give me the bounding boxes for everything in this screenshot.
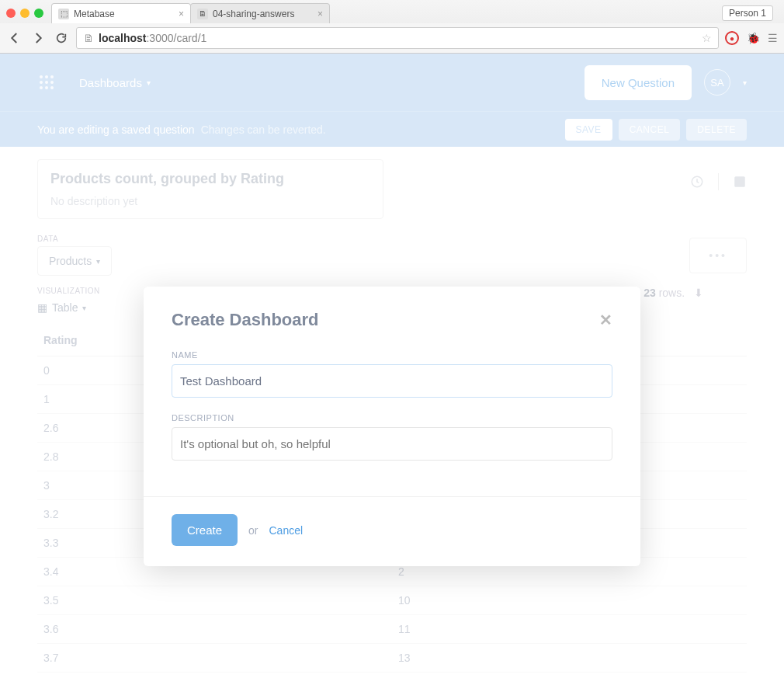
user-avatar[interactable]: SA xyxy=(704,69,730,96)
favicon-icon: ⬚ xyxy=(58,9,69,19)
app-header: Dashboards ▾ New Question SA ▾ xyxy=(0,54,784,111)
question-title: Products count, grouped by Rating xyxy=(50,171,370,187)
tab-title: Metabase xyxy=(74,9,115,19)
name-label: NAME xyxy=(172,350,612,360)
bug-icon[interactable]: 🐞 xyxy=(747,32,760,44)
chevron-down-icon: ▾ xyxy=(147,78,151,87)
tab-title: 04-sharing-answers xyxy=(213,9,294,19)
forward-button[interactable] xyxy=(29,30,47,47)
editing-message: You are editing a saved question xyxy=(37,123,195,136)
svg-point-6 xyxy=(40,86,43,89)
question-description: No description yet xyxy=(50,195,370,207)
bookmark-icon[interactable]: ☆ xyxy=(702,32,712,44)
chevron-down-icon[interactable]: ▾ xyxy=(743,78,747,87)
reload-button[interactable] xyxy=(53,30,70,47)
chevron-down-icon: ▾ xyxy=(96,257,100,266)
window-controls xyxy=(6,9,43,18)
table-cell: 3.5 xyxy=(37,586,392,615)
table-cell: 11 xyxy=(392,615,747,644)
svg-point-8 xyxy=(50,86,54,89)
svg-point-5 xyxy=(50,81,54,84)
history-icon[interactable] xyxy=(690,175,704,189)
create-dashboard-modal: Create Dashboard ✕ NAME DESCRIPTION Crea… xyxy=(144,287,640,566)
svg-point-7 xyxy=(45,86,48,89)
close-window-icon[interactable] xyxy=(6,9,16,18)
page-icon: 🗎 xyxy=(83,32,94,44)
close-tab-icon[interactable]: × xyxy=(179,9,184,19)
editing-hint: Changes can be reverted. xyxy=(201,123,326,136)
or-text: or xyxy=(248,524,258,537)
metabase-logo-icon[interactable] xyxy=(37,73,56,92)
svg-point-3 xyxy=(40,81,43,84)
menu-icon[interactable]: ☰ xyxy=(768,32,778,44)
cancel-link[interactable]: Cancel xyxy=(269,524,303,537)
dashboards-menu[interactable]: Dashboards ▾ xyxy=(79,76,151,89)
table-cell: 10 xyxy=(392,586,747,615)
maximize-window-icon[interactable] xyxy=(34,9,43,18)
visualization-selector[interactable]: VISUALIZATION ▦ Table ▾ xyxy=(37,287,100,317)
chevron-down-icon: ▾ xyxy=(82,304,86,312)
table-row[interactable]: 3.510 xyxy=(37,586,747,615)
description-label: DESCRIPTION xyxy=(172,413,612,422)
svg-point-0 xyxy=(40,75,43,78)
address-bar[interactable]: 🗎 localhost:3000/card/1 ☆ xyxy=(76,27,719,49)
profile-badge[interactable]: Person 1 xyxy=(722,5,773,21)
close-icon[interactable]: ✕ xyxy=(599,311,612,329)
table-row[interactable]: 3.611 xyxy=(37,615,747,644)
delete-button[interactable]: DELETE xyxy=(686,119,747,141)
dashboard-icon[interactable] xyxy=(733,175,747,189)
svg-point-1 xyxy=(45,75,48,78)
file-icon: 🗎 xyxy=(197,9,208,19)
divider xyxy=(718,173,719,190)
svg-rect-10 xyxy=(734,176,745,187)
download-icon[interactable]: ⬇ xyxy=(694,287,703,299)
data-cell[interactable]: DATA Products ▾ xyxy=(37,235,112,276)
name-input[interactable] xyxy=(172,364,612,398)
table-cell: 3.6 xyxy=(37,615,392,644)
browser-chrome: ⬚ Metabase × 🗎 04-sharing-answers × Pers… xyxy=(0,0,784,54)
cancel-button[interactable]: CANCEL xyxy=(619,119,681,141)
svg-point-2 xyxy=(50,75,54,78)
minimize-window-icon[interactable] xyxy=(20,9,29,18)
description-input[interactable] xyxy=(172,427,612,461)
editing-bar: You are editing a saved question Changes… xyxy=(0,111,784,147)
question-title-box[interactable]: Products count, grouped by Rating No des… xyxy=(37,159,383,219)
back-button[interactable] xyxy=(6,30,23,47)
table-cell: 3.7 xyxy=(37,644,392,673)
table-icon: ▦ xyxy=(37,301,47,314)
modal-title: Create Dashboard xyxy=(172,310,319,330)
close-tab-icon[interactable]: × xyxy=(317,9,323,19)
svg-point-4 xyxy=(45,81,48,84)
browser-tab-active[interactable]: ⬚ Metabase × xyxy=(51,3,191,23)
table-cell: 13 xyxy=(392,644,747,673)
table-row[interactable]: 3.713 xyxy=(37,644,747,673)
create-button[interactable]: Create xyxy=(172,514,238,546)
browser-tab-inactive[interactable]: 🗎 04-sharing-answers × xyxy=(190,3,330,23)
more-menu[interactable]: ••• xyxy=(689,238,747,273)
save-button[interactable]: SAVE xyxy=(565,119,612,141)
new-question-button[interactable]: New Question xyxy=(585,65,692,100)
adblock-icon[interactable]: ● xyxy=(725,31,739,45)
